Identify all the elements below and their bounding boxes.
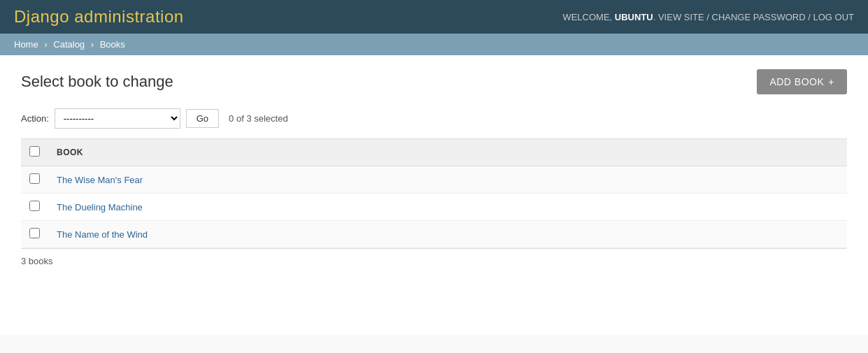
- log-out-link[interactable]: LOG OUT: [813, 12, 854, 22]
- table-body: The Wise Man's FearThe Dueling MachineTh…: [21, 166, 847, 248]
- separator-1: /: [706, 12, 711, 22]
- book-title-cell: The Dueling Machine: [48, 194, 847, 221]
- selected-count: 0 of 3 selected: [229, 113, 288, 124]
- book-column-header: BOOK: [48, 139, 847, 166]
- add-icon: +: [828, 76, 834, 87]
- table-row: The Dueling Machine: [21, 194, 847, 221]
- go-button[interactable]: Go: [186, 109, 219, 128]
- result-count: 3 books: [21, 248, 847, 273]
- table-header-row: BOOK: [21, 139, 847, 166]
- page-title: Select book to change: [21, 73, 173, 91]
- breadcrumb: Home › Catalog › Books: [0, 34, 868, 55]
- row-checkbox[interactable]: [29, 228, 40, 238]
- content-header: Select book to change ADD BOOK +: [21, 69, 847, 94]
- welcome-text: WELCOME,: [562, 12, 612, 22]
- row-checkbox[interactable]: [29, 201, 40, 211]
- breadcrumb-catalog[interactable]: Catalog: [53, 39, 85, 50]
- breadcrumb-sep-2: ›: [91, 39, 94, 50]
- breadcrumb-sep-1: ›: [44, 39, 47, 50]
- user-info: WELCOME, UBUNTU. VIEW SITE / CHANGE PASS…: [562, 12, 854, 22]
- breadcrumb-books: Books: [100, 39, 125, 50]
- table-row: The Wise Man's Fear: [21, 166, 847, 194]
- change-password-link[interactable]: CHANGE PASSWORD: [712, 12, 806, 22]
- action-select[interactable]: ----------: [55, 108, 180, 129]
- book-title-link[interactable]: The Name of the Wind: [57, 229, 148, 240]
- breadcrumb-home[interactable]: Home: [14, 39, 38, 50]
- books-table: BOOK The Wise Man's FearThe Dueling Mach…: [21, 138, 847, 248]
- main-content: Select book to change ADD BOOK + Action:…: [0, 55, 868, 335]
- row-checkbox-cell: [21, 194, 48, 221]
- add-book-button[interactable]: ADD BOOK +: [757, 69, 847, 94]
- select-all-checkbox[interactable]: [29, 146, 40, 157]
- book-title-link[interactable]: The Wise Man's Fear: [57, 175, 143, 185]
- row-checkbox-cell: [21, 221, 48, 248]
- row-checkbox[interactable]: [29, 173, 40, 184]
- book-title-cell: The Name of the Wind: [48, 221, 847, 248]
- site-title: Django administration: [14, 7, 184, 27]
- table-row: The Name of the Wind: [21, 221, 847, 248]
- username: UBUNTU: [615, 12, 653, 22]
- site-header: Django administration WELCOME, UBUNTU. V…: [0, 0, 868, 34]
- book-title-link[interactable]: The Dueling Machine: [57, 202, 143, 212]
- add-book-label: ADD BOOK: [769, 76, 824, 87]
- action-label: Action:: [21, 113, 49, 124]
- select-all-header: [21, 139, 48, 166]
- action-bar: Action: ---------- Go 0 of 3 selected: [21, 108, 847, 129]
- book-title-cell: The Wise Man's Fear: [48, 166, 847, 194]
- row-checkbox-cell: [21, 166, 48, 194]
- view-site-link[interactable]: VIEW SITE: [658, 12, 704, 22]
